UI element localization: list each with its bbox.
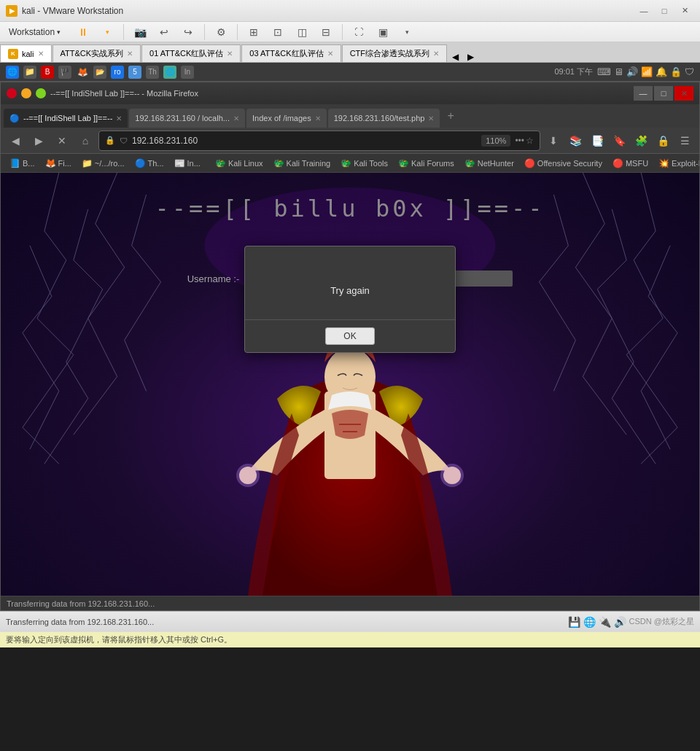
fx-tab-close-icon[interactable]: ✕: [116, 114, 122, 122]
globe-icon: ro: [111, 66, 124, 79]
fx-tab-localh[interactable]: 192.168.231.160 / localh... ✕: [129, 109, 245, 128]
bm-exploit-db[interactable]: 💥 Exploit-DB: [654, 157, 699, 170]
fx-maximize-btn[interactable]: □: [654, 86, 673, 101]
fx-win-controls: — □ ✕: [634, 86, 693, 101]
vm-hdd-icon[interactable]: 💾: [568, 616, 580, 628]
reload-button[interactable]: ✕: [52, 131, 72, 151]
fx-minimize-btn[interactable]: —: [634, 86, 653, 101]
system-tray: ⌨ 🖥 🔊 📶 🔔 🔒 🛡: [597, 66, 694, 77]
bm-nethunter[interactable]: 🐲 NetHunter: [460, 157, 518, 170]
fx-maximize-button[interactable]: [36, 88, 46, 98]
vm-tab-attck3[interactable]: 03 ATT&CK红队评估 ✕: [241, 44, 341, 62]
fx-tab-indishell[interactable]: 🔵 --==[[ IndiShell Lab ]]==-- ✕: [4, 109, 128, 128]
view-btn4[interactable]: ⊟: [315, 22, 337, 42]
terminal-icon: Th: [146, 66, 159, 79]
lock-icon: 🔒: [105, 136, 115, 145]
tab-close-icon[interactable]: ✕: [327, 50, 333, 58]
zoom-level[interactable]: 110%: [481, 135, 510, 147]
back-button[interactable]: ◀: [5, 131, 26, 151]
vm-usb-icon[interactable]: 🔌: [599, 616, 611, 628]
bm-fi[interactable]: 🦊 Fi...: [41, 157, 76, 170]
bm-kali-linux[interactable]: 🐲 Kali Linux: [211, 157, 268, 170]
vm-sound-icon[interactable]: 🔊: [614, 616, 626, 628]
bookmark-star-icon[interactable]: ☆: [526, 136, 534, 146]
synced-tabs-button[interactable]: 📑: [587, 131, 607, 151]
window-controls: — □ ✕: [634, 4, 694, 18]
library-button[interactable]: 📚: [565, 131, 586, 151]
tab-close-icon[interactable]: ✕: [38, 50, 44, 58]
fx-tab-close-icon[interactable]: ✕: [428, 114, 434, 122]
bm-kali-forums[interactable]: 🐲 Kali Forums: [394, 157, 459, 170]
unity-button[interactable]: ▣: [372, 22, 394, 42]
info-icon: In: [181, 66, 194, 79]
web-content: --==[[ billu b0x ]]==-- Show me your SQL…: [1, 173, 699, 596]
more-button[interactable]: •••: [515, 136, 524, 146]
vm-tab-ctf[interactable]: CTF综合渗透实战系列 ✕: [342, 44, 447, 62]
bm-fi-icon: 🦊: [45, 158, 56, 168]
bm-msfu[interactable]: 🔴 MSFU: [608, 157, 653, 170]
view-btn1[interactable]: ⊞: [243, 22, 265, 42]
view-btn3[interactable]: ◫: [291, 22, 313, 42]
fx-close-button[interactable]: [7, 88, 17, 98]
new-tab-button[interactable]: +: [441, 109, 459, 122]
tabs-scroll-right[interactable]: ▶: [463, 52, 478, 62]
revert-button[interactable]: ↩: [153, 22, 175, 42]
view-btn2[interactable]: ⊡: [267, 22, 289, 42]
vpn-icon: 5: [128, 66, 141, 79]
vm-tab-attck2[interactable]: 01 ATT&CK红队评估 ✕: [141, 44, 241, 62]
firefox-title: --==[[ IndiShell Lab ]]==-- - Mozilla Fi…: [50, 89, 629, 98]
folder-icon: 📂: [93, 66, 106, 79]
tab-close-icon[interactable]: ✕: [433, 50, 439, 58]
maximize-button[interactable]: □: [655, 4, 674, 18]
minimize-button[interactable]: —: [634, 4, 653, 18]
bm-b[interactable]: 📘 B...: [5, 157, 39, 170]
menu-button[interactable]: ☰: [674, 131, 695, 151]
bm-ro[interactable]: 📁 ~/.../ro...: [77, 157, 129, 170]
pause-dropdown-button[interactable]: ▾: [96, 22, 118, 42]
fx-close-btn[interactable]: ✕: [674, 86, 693, 101]
alert-ok-button[interactable]: OK: [325, 327, 374, 345]
firefox-statusbar: Transferring data from 192.168.231.160..…: [1, 596, 699, 610]
tabs-scroll-left[interactable]: ◀: [448, 52, 463, 62]
bm-offensive-security[interactable]: 🔴 Offensive Security: [520, 157, 607, 170]
pause-button[interactable]: ⏸: [72, 22, 94, 42]
unity-dropdown-button[interactable]: ▾: [396, 22, 418, 42]
fullscreen-button[interactable]: ⛶: [348, 22, 370, 42]
fx-tab-close-icon[interactable]: ✕: [233, 114, 239, 122]
fx-tab-close-icon[interactable]: ✕: [315, 114, 321, 122]
tab-close-icon[interactable]: ✕: [227, 50, 233, 58]
vm-tabs: K kali ✕ ATT&CK实战系列 ✕ 01 ATT&CK红队评估 ✕ 03…: [0, 42, 700, 63]
speaker-icon: 🔊: [626, 66, 638, 77]
vm-tab-attck1[interactable]: ATT&CK实战系列 ✕: [52, 44, 141, 62]
fx-tab-images[interactable]: Index of /images ✕: [246, 109, 327, 128]
snapshot-mgr-button[interactable]: ↪: [177, 22, 199, 42]
network-status-icon: 📶: [641, 66, 653, 77]
vmware-app-icon: ▶: [6, 5, 18, 17]
tab-close-icon[interactable]: ✕: [127, 50, 133, 58]
vm-network-icon[interactable]: 🌐: [583, 616, 596, 628]
bm-kali-training[interactable]: 🐲 Kali Training: [269, 157, 335, 170]
bm-training-icon: 🐲: [273, 158, 284, 168]
bm-th[interactable]: 🔵 Th...: [131, 157, 168, 170]
vm-settings-button[interactable]: ⚙: [210, 22, 232, 42]
fx-minimize-button[interactable]: [21, 88, 31, 98]
vm-tab-kali[interactable]: K kali ✕: [0, 44, 52, 62]
fx-tab-testphp[interactable]: 192.168.231.160/test.php ✕: [328, 109, 440, 128]
bm-in[interactable]: 📰 In...: [170, 157, 205, 170]
home-button[interactable]: ⌂: [75, 131, 96, 151]
extension-button[interactable]: 🧩: [631, 131, 651, 151]
bm-kali-tools[interactable]: 🐲 Kali Tools: [336, 157, 392, 170]
pocket-button[interactable]: 🔖: [609, 131, 629, 151]
url-bar[interactable]: 🔒 🛡 192.168.231.160 110% ••• ☆: [98, 131, 540, 151]
vmware-menubar: Workstation ▾ ⏸ ▾ 📷 ↩ ↪ ⚙ ⊞ ⊡ ◫ ⊟ ⛶ ▣ ▾: [0, 22, 700, 42]
snapshot-button[interactable]: 📷: [129, 22, 151, 42]
vmware-titlebar: ▶ kali - VMware Workstation — □ ✕: [0, 0, 700, 22]
firefox-tabbar: 🔵 --==[[ IndiShell Lab ]]==-- ✕ 192.168.…: [1, 104, 699, 128]
workstation-menu[interactable]: Workstation ▾: [3, 24, 66, 40]
firefox-bookmarks: 📘 B... 🦊 Fi... 📁 ~/.../ro... 🔵 Th... 📰 I…: [1, 154, 699, 173]
vmware-title: kali - VMware Workstation: [22, 6, 634, 16]
download-button[interactable]: ⬇: [543, 131, 564, 151]
close-button[interactable]: ✕: [675, 4, 694, 18]
forward-button[interactable]: ▶: [28, 131, 49, 151]
lock-icon-btn[interactable]: 🔒: [653, 131, 673, 151]
